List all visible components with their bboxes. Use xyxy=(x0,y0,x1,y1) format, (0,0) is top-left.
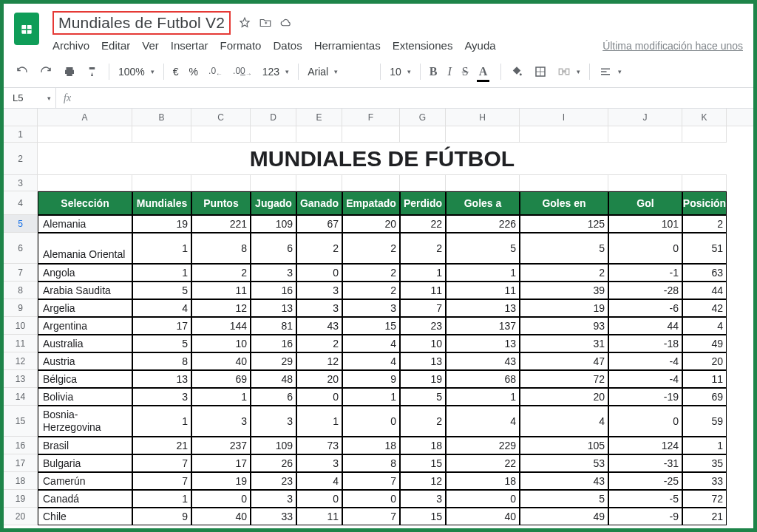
data-cell[interactable]: 0 xyxy=(342,406,400,437)
data-cell[interactable]: 9 xyxy=(132,508,191,525)
cell[interactable] xyxy=(446,175,520,191)
data-cell[interactable]: 44 xyxy=(682,282,727,299)
data-cell[interactable]: 13 xyxy=(251,299,296,317)
cell[interactable] xyxy=(608,175,682,191)
data-cell[interactable]: 19 xyxy=(191,472,251,490)
data-cell[interactable]: Canadá xyxy=(38,490,132,508)
data-cell[interactable]: 3 xyxy=(296,299,342,317)
data-cell[interactable]: 0 xyxy=(296,264,342,282)
last-modified-link[interactable]: Última modificación hace unos xyxy=(602,40,743,52)
data-cell[interactable]: Angola xyxy=(38,264,132,282)
data-cell[interactable]: Brasil xyxy=(38,437,132,454)
menu-datos[interactable]: Datos xyxy=(273,39,302,52)
currency-button[interactable]: € xyxy=(172,64,180,79)
cell[interactable] xyxy=(342,126,400,143)
data-cell[interactable]: 144 xyxy=(191,317,251,335)
data-cell[interactable]: 68 xyxy=(446,370,520,388)
data-cell[interactable]: 18 xyxy=(446,472,520,490)
data-cell[interactable]: 69 xyxy=(682,388,727,406)
data-cell[interactable]: 8 xyxy=(132,352,191,370)
name-box[interactable]: L5 xyxy=(4,92,55,103)
data-cell[interactable]: Austria xyxy=(38,352,132,370)
data-cell[interactable]: 47 xyxy=(520,352,608,370)
data-cell[interactable]: 21 xyxy=(682,508,727,525)
data-cell[interactable]: 1 xyxy=(400,264,446,282)
data-cell[interactable]: 12 xyxy=(400,472,446,490)
row-header-14[interactable]: 14 xyxy=(4,388,38,406)
data-cell[interactable]: 51 xyxy=(682,233,727,264)
data-cell[interactable]: 40 xyxy=(191,352,251,370)
data-cell[interactable]: 6 xyxy=(251,388,296,406)
data-cell[interactable]: 18 xyxy=(342,437,400,454)
data-cell[interactable]: 11 xyxy=(446,282,520,299)
row-header-10[interactable]: 10 xyxy=(4,317,38,335)
data-cell[interactable]: 8 xyxy=(191,233,251,264)
sheets-logo-icon[interactable] xyxy=(14,13,39,45)
data-cell[interactable]: 4 xyxy=(342,335,400,352)
data-cell[interactable]: 2 xyxy=(342,233,400,264)
data-cell[interactable]: 73 xyxy=(296,437,342,454)
data-cell[interactable]: 19 xyxy=(400,370,446,388)
data-cell[interactable]: 63 xyxy=(682,264,727,282)
data-cell[interactable]: 7 xyxy=(132,454,191,472)
data-cell[interactable]: 17 xyxy=(132,317,191,335)
cell[interactable] xyxy=(608,126,682,143)
data-cell[interactable]: 13 xyxy=(446,335,520,352)
decrease-decimal-button[interactable]: .0← xyxy=(207,64,224,79)
table-header[interactable]: Gol xyxy=(608,191,682,215)
row-header-20[interactable]: 20 xyxy=(4,508,38,525)
text-color-button[interactable]: A xyxy=(478,64,489,80)
data-cell[interactable]: 18 xyxy=(400,437,446,454)
data-cell[interactable]: 35 xyxy=(682,454,727,472)
data-cell[interactable]: 109 xyxy=(251,215,296,233)
data-cell[interactable]: 2 xyxy=(191,264,251,282)
data-cell[interactable]: 7 xyxy=(400,299,446,317)
data-cell[interactable]: 29 xyxy=(251,352,296,370)
cell[interactable] xyxy=(251,126,296,143)
data-cell[interactable]: Bulgaria xyxy=(38,454,132,472)
undo-button[interactable] xyxy=(14,64,30,80)
data-cell[interactable]: 19 xyxy=(132,215,191,233)
table-header[interactable]: Goles en xyxy=(520,191,608,215)
data-cell[interactable]: -25 xyxy=(608,472,682,490)
table-header[interactable]: Selección xyxy=(38,191,132,215)
data-cell[interactable]: 4 xyxy=(342,352,400,370)
row-header-4[interactable]: 4 xyxy=(4,191,38,215)
data-cell[interactable]: 81 xyxy=(251,317,296,335)
cell[interactable] xyxy=(38,126,132,143)
data-cell[interactable]: 48 xyxy=(251,370,296,388)
row-header-12[interactable]: 12 xyxy=(4,352,38,370)
col-header-I[interactable]: I xyxy=(520,109,608,126)
row-header-19[interactable]: 19 xyxy=(4,490,38,508)
data-cell[interactable]: 3 xyxy=(251,264,296,282)
data-cell[interactable]: 1 xyxy=(132,406,191,437)
data-cell[interactable]: Arabia Saudita xyxy=(38,282,132,299)
col-header-F[interactable]: F xyxy=(342,109,400,126)
data-cell[interactable]: 1 xyxy=(132,264,191,282)
data-cell[interactable]: -1 xyxy=(608,264,682,282)
data-cell[interactable]: 2 xyxy=(400,233,446,264)
data-cell[interactable]: 125 xyxy=(520,215,608,233)
data-cell[interactable]: 0 xyxy=(191,490,251,508)
data-cell[interactable]: -4 xyxy=(608,370,682,388)
cell[interactable] xyxy=(342,175,400,191)
data-cell[interactable]: 0 xyxy=(608,406,682,437)
data-cell[interactable]: 43 xyxy=(520,472,608,490)
data-cell[interactable]: 15 xyxy=(400,454,446,472)
data-cell[interactable]: 1 xyxy=(342,388,400,406)
data-cell[interactable]: 21 xyxy=(132,437,191,454)
data-cell[interactable]: 15 xyxy=(342,317,400,335)
cell[interactable] xyxy=(191,175,251,191)
data-cell[interactable]: 137 xyxy=(446,317,520,335)
col-header-J[interactable]: J xyxy=(608,109,682,126)
menu-editar[interactable]: Editar xyxy=(101,39,130,52)
data-cell[interactable]: -31 xyxy=(608,454,682,472)
data-cell[interactable]: 12 xyxy=(191,299,251,317)
data-cell[interactable]: 3 xyxy=(251,490,296,508)
menu-ayuda[interactable]: Ayuda xyxy=(464,39,495,52)
data-cell[interactable]: 229 xyxy=(446,437,520,454)
more-formats-dropdown[interactable]: 123 xyxy=(261,64,291,79)
cell[interactable] xyxy=(132,126,191,143)
row-header-7[interactable]: 7 xyxy=(4,264,38,282)
sheet-title[interactable]: MUNDIALES DE FÚTBOL xyxy=(38,143,727,175)
